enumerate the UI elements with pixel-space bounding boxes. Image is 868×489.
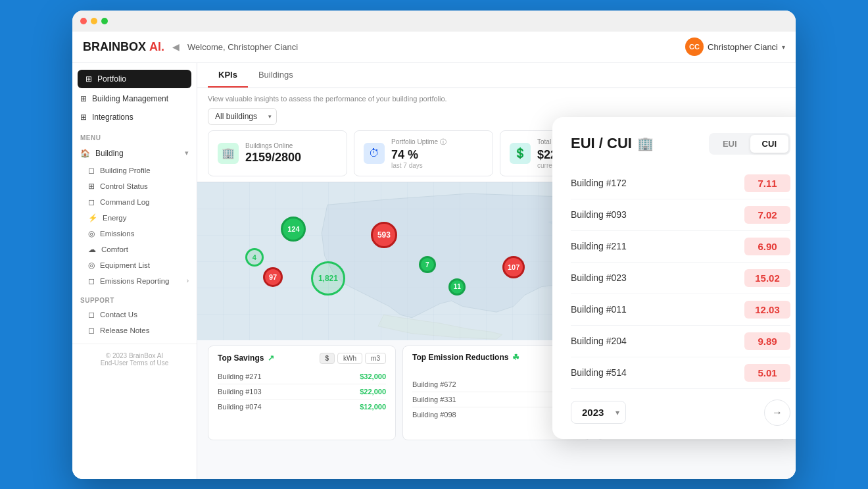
kpi-card-buildings-online: 🏢 Buildings Online 2159/2800: [208, 130, 347, 176]
year-select-input[interactable]: 2021 2022 2023: [571, 401, 626, 424]
tab-kpis[interactable]: KPIs: [208, 63, 248, 88]
collapse-icon[interactable]: ▾: [185, 149, 189, 157]
top-savings-label: Top Savings: [218, 353, 264, 363]
savings-icon: 💲: [510, 143, 531, 164]
building-filter-select[interactable]: All buildings By region By type: [208, 108, 277, 125]
building-filter[interactable]: All buildings By region By type ▾: [208, 108, 277, 125]
sidebar-item-building-management[interactable]: ⊞ Building Management: [72, 90, 197, 108]
uptime-icon: ⏱: [364, 143, 385, 164]
emissions-report-icon: ◻: [88, 276, 95, 286]
sidebar-sub-emissions-reporting[interactable]: ◻ Emissions Reporting ›: [72, 273, 197, 289]
savings-tab-kwh[interactable]: kWh: [337, 353, 362, 364]
eui-building-row-023: Building #023 15.02: [571, 263, 790, 294]
user-avatar: CC: [685, 38, 704, 56]
chevron-down-icon: ▾: [782, 43, 785, 51]
eui-building-row-172: Building #172 7.11: [571, 168, 790, 199]
user-name: Christopher Cianci: [708, 42, 778, 52]
minimize-dot[interactable]: [91, 18, 97, 24]
kpi-buildings-online-label: Buildings Online: [245, 142, 301, 149]
eui-building-211-value: 6.90: [744, 238, 790, 255]
emissions-report-label: Emissions Reporting: [100, 277, 169, 285]
savings-tab-m3[interactable]: m3: [365, 353, 386, 364]
logo: BRAINBOX AI.: [83, 40, 164, 54]
contact-icon: ◻: [88, 310, 95, 319]
map-marker-7[interactable]: 7: [419, 256, 436, 273]
savings-row-103: Building #103 $22,000: [218, 384, 386, 399]
tab-buildings[interactable]: Buildings: [248, 63, 304, 88]
emissions-label: Emissions: [100, 230, 134, 238]
integrations-icon: ⊞: [80, 113, 87, 122]
eui-building-172-value: 7.11: [744, 174, 790, 192]
map-marker-4[interactable]: 4: [245, 248, 264, 267]
sidebar-sub-building-profile[interactable]: ◻ Building Profile: [72, 163, 197, 178]
savings-building-074: Building #074: [218, 403, 262, 411]
eui-panel-header: EUI / CUI 🏢 EUI CUI: [571, 133, 790, 155]
top-emission-label: Top Emission Reductions: [412, 353, 508, 362]
savings-row-074: Building #074 $12,000: [218, 399, 386, 414]
tab-bar: KPIs Buildings: [197, 63, 796, 88]
leaf-icon: ☘: [512, 353, 519, 362]
year-selector[interactable]: 2021 2022 2023 ▾: [571, 401, 626, 424]
equipment-label: Equipment List: [100, 261, 150, 269]
sidebar-sub-emissions[interactable]: ◎ Emissions: [72, 226, 197, 242]
logo-ai: AI.: [149, 40, 164, 53]
sidebar-sub-release-notes[interactable]: ◻ Release Notes: [72, 322, 197, 338]
sidebar-item-integrations[interactable]: ⊞ Integrations: [72, 108, 197, 126]
maximize-dot[interactable]: [101, 18, 108, 24]
savings-value-271: $32,000: [360, 373, 386, 380]
eui-building-row-211: Building #211 6.90: [571, 231, 790, 263]
browser-window: BRAINBOX AI. ◀ Welcome, Christopher Cian…: [72, 11, 796, 479]
eui-toggle-group: EUI CUI: [709, 133, 790, 155]
eui-building-row-204: Building #204 9.89: [571, 326, 790, 357]
welcome-text: Welcome, Christopher Cianci: [187, 42, 298, 52]
integrations-label: Integrations: [92, 113, 133, 122]
sidebar-item-building[interactable]: 🏠 Building ▾: [72, 144, 197, 163]
eui-toggle-cui[interactable]: CUI: [750, 135, 788, 153]
savings-building-103: Building #103: [218, 388, 262, 396]
trending-icon: ↗: [268, 353, 274, 363]
eui-building-023-value: 15.02: [744, 269, 790, 287]
sidebar-sub-energy[interactable]: ⚡ Energy: [72, 210, 197, 226]
sidebar-sub-control-status[interactable]: ⊞ Control Status: [72, 178, 197, 194]
sidebar-sub-equipment[interactable]: ◎ Equipment List: [72, 257, 197, 273]
eui-toggle-eui[interactable]: EUI: [711, 135, 749, 153]
eui-building-011-name: Building #011: [571, 304, 627, 315]
user-menu[interactable]: CC Christopher Cianci ▾: [685, 38, 785, 56]
map-marker-11[interactable]: 11: [448, 278, 466, 296]
sidebar-item-portfolio[interactable]: ⊞ Portfolio: [78, 70, 191, 88]
building-profile-label: Building Profile: [100, 167, 151, 174]
eui-panel-title: EUI / CUI 🏢: [571, 135, 654, 152]
close-dot[interactable]: [80, 18, 87, 24]
menu-section-label: MENU: [72, 126, 197, 144]
kpi-card-uptime: ⏱ Portfolio Uptime ⓘ 74 % last 7 days: [354, 130, 493, 176]
footer-copyright: © 2023 BrainBox AI: [80, 352, 189, 359]
energy-icon: ⚡: [88, 213, 97, 222]
right-arrow-icon: →: [772, 407, 783, 419]
sidebar-sub-comfort[interactable]: ☁ Comfort: [72, 242, 197, 257]
navigate-arrow-button[interactable]: →: [764, 399, 790, 426]
top-bar: BRAINBOX AI. ◀ Welcome, Christopher Cian…: [72, 32, 796, 63]
sidebar-footer: © 2023 BrainBox AI End-User Terms of Use: [72, 344, 197, 374]
logo-brand: BRAINBOX: [83, 40, 149, 53]
building-nav-label: Building: [95, 149, 124, 158]
sidebar-sub-contact[interactable]: ◻ Contact Us: [72, 307, 197, 322]
equipment-icon: ◎: [88, 261, 95, 270]
savings-row-271: Building #271 $32,000: [218, 369, 386, 384]
map-marker-97[interactable]: 97: [263, 267, 283, 287]
map-marker-593[interactable]: 593: [371, 222, 397, 248]
command-log-label: Command Log: [100, 198, 149, 206]
portfolio-icon: ⊞: [85, 74, 92, 84]
nav-back-icon[interactable]: ◀: [172, 41, 180, 52]
contact-label: Contact Us: [100, 311, 137, 319]
command-log-icon: ◻: [88, 197, 95, 207]
portfolio-label: Portfolio: [97, 74, 126, 84]
emission-building-331: Building #331: [412, 396, 456, 403]
buildings-online-icon: 🏢: [218, 143, 239, 164]
building-profile-icon: ◻: [88, 166, 95, 175]
savings-tab-dollar[interactable]: $: [320, 353, 335, 364]
control-status-label: Control Status: [100, 182, 148, 190]
sidebar-sub-command-log[interactable]: ◻ Command Log: [72, 194, 197, 210]
eui-building-row-514: Building #514 5.01: [571, 357, 790, 389]
map-marker-1821[interactable]: 1,821: [311, 261, 345, 296]
building-icon: 🏠: [80, 149, 90, 158]
